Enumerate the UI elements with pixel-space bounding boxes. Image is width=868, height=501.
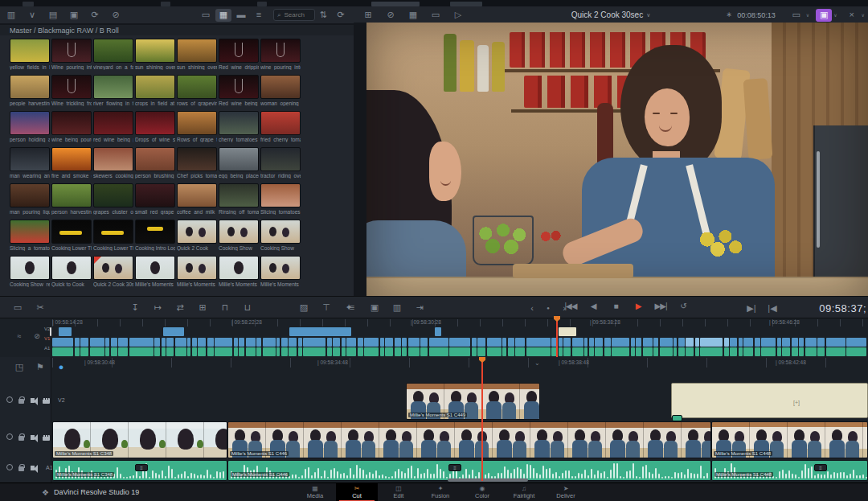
sort-icon[interactable]: ⇅ [315, 9, 331, 22]
media-clip[interactable]: sun_shining_over_... [177, 39, 217, 70]
loop-icon[interactable]: ↺ [675, 300, 691, 313]
media-clip[interactable]: fried_cherry_toma... [260, 111, 301, 142]
expand-viewer-icon[interactable]: × [844, 9, 860, 22]
media-clip[interactable]: Chef_picks_tomat... [177, 147, 217, 179]
auto-select-icon[interactable] [6, 396, 14, 404]
safe-area-icon[interactable]: ⊘ [383, 9, 399, 22]
overview-clip[interactable] [559, 327, 576, 336]
media-clip[interactable]: red_wine_being_p... [93, 111, 133, 142]
preview-marks-icon[interactable]: ▷ [450, 9, 466, 22]
timeline-selector[interactable]: Quick 2 Cook 30sec ∨ [571, 10, 651, 19]
clip-v1-1[interactable]: Millie's Moments S1 C348 [52, 421, 227, 458]
media-clip[interactable]: coffee_and_milk_b... [177, 183, 217, 215]
breadcrumb[interactable]: Master / Blackmagic RAW / B Roll [0, 25, 354, 35]
media-clip[interactable]: vineyard_on_a_far... [93, 39, 133, 70]
timeline-ruler[interactable] [52, 358, 868, 368]
close-up-icon[interactable]: ⊞ [194, 301, 211, 314]
clip-v2[interactable]: Millie's Moments S1 C449 [406, 383, 540, 420]
media-clip[interactable]: Quick 2 Cook [177, 220, 217, 251]
media-clip[interactable]: small_red_grape_c... [135, 183, 175, 215]
smart-insert-icon[interactable]: ↧ [127, 301, 143, 314]
tab-media[interactable]: ▦Media [294, 483, 336, 501]
media-clip[interactable]: Cooking Show_rec [10, 256, 50, 287]
snapping-icon[interactable]: ⇥ [411, 301, 428, 314]
trim-dot-icon[interactable]: ● [540, 302, 556, 314]
multisource-icon[interactable]: ▣ [816, 9, 832, 22]
import-media-icon[interactable]: ▥ [3, 9, 19, 22]
media-clip[interactable]: people_harvesting... [10, 75, 50, 106]
media-clip[interactable]: man_pouring_liqu... [10, 183, 50, 215]
source-overwrite-icon[interactable]: ⊔ [240, 301, 256, 314]
media-clip[interactable]: crops_in_field_at_... [135, 75, 175, 106]
media-clip[interactable]: tractor_riding_ove... [260, 147, 301, 179]
overview-clip[interactable] [59, 327, 72, 336]
timeline-options-icon[interactable]: ≡ [344, 301, 360, 314]
media-clip[interactable]: sun_shining_over... [135, 39, 175, 70]
media-clip[interactable]: Slicing_a_tomato_... [10, 220, 50, 251]
go-to-first-icon[interactable]: |◀◀ [563, 300, 579, 313]
razor-icon[interactable]: ✂ [32, 301, 48, 314]
media-clip[interactable]: Millie's Moments ... [135, 256, 175, 287]
media-clip[interactable]: Red_wine_being_p... [219, 75, 259, 106]
media-clip[interactable]: skewers_cooking_... [93, 147, 133, 179]
relink-icon[interactable]: ⊘ [108, 9, 124, 22]
strip-view-icon[interactable]: ▬ [233, 9, 249, 22]
audio-meters-icon[interactable]: ▥ [389, 301, 405, 314]
play-icon[interactable]: ▶ [630, 300, 646, 313]
mute-icon[interactable] [31, 396, 39, 404]
track-height-icon[interactable]: ▭ [10, 301, 26, 314]
clip-v1-3[interactable]: Millie's Moments S1 C448 [711, 421, 868, 458]
zoom-fit-icon[interactable]: ◳ [11, 360, 27, 373]
lock-icon[interactable] [18, 464, 27, 471]
overview-playhead[interactable] [556, 318, 558, 357]
media-clip[interactable]: Quick to Cook_ [51, 256, 92, 287]
media-clip[interactable]: wine_pouring_into... [260, 39, 301, 70]
media-clip[interactable]: Cooking Intro Log... [135, 220, 175, 251]
append-icon[interactable]: ↦ [149, 301, 166, 314]
media-clip[interactable]: woman_opening_... [260, 75, 301, 106]
ripple-overwrite-icon[interactable]: ⇄ [172, 301, 188, 314]
refresh-icon[interactable]: ⟳ [333, 9, 349, 22]
boring-detector-icon[interactable]: ⊞ [360, 9, 376, 22]
mute-icon[interactable] [31, 433, 39, 441]
letterbox-icon[interactable]: ▭ [428, 9, 444, 22]
media-clip[interactable]: Red_wine_drippin... [219, 39, 259, 70]
timeline-overview[interactable]: | 09:58:14:28| 09:58:22:28| 09:58:30:28|… [0, 318, 868, 357]
timeline-detail[interactable]: | 09:58:30:48| 09:58:34:48| 09:58:38:48|… [0, 357, 868, 483]
list-view-icon[interactable]: ≡ [251, 9, 267, 22]
media-clip[interactable]: river_flowing_in_t... [93, 75, 133, 106]
media-clip[interactable]: Wine_trickling_fro... [51, 75, 92, 106]
lock-icon[interactable] [18, 433, 27, 441]
mute-icon[interactable] [31, 464, 39, 471]
filmstrip-icon[interactable] [43, 433, 51, 441]
tab-edit[interactable]: ◫Edit [378, 483, 420, 501]
media-clip[interactable]: egg_being_placed... [219, 147, 259, 179]
tab-fusion[interactable]: ✦Fusion [420, 483, 461, 501]
trim-prev-icon[interactable]: ‹ [524, 302, 540, 314]
overview-clip[interactable] [50, 327, 51, 336]
media-clip[interactable]: Quick 2 Cook 30sec [93, 256, 133, 287]
new-bin-icon[interactable]: ▤ [45, 9, 61, 22]
import-chevron-icon[interactable]: ∨ [24, 9, 40, 22]
media-clip[interactable]: wine_being_poure... [51, 111, 92, 142]
media-clip[interactable]: Drops_of_wine_sp... [135, 111, 175, 142]
media-clip[interactable]: Slicing_tomatoes_... [260, 183, 301, 215]
viewer-mode-icon[interactable]: ▭ [788, 9, 805, 22]
tab-deliver[interactable]: ➤Deliver [545, 483, 587, 501]
media-clip[interactable]: cherry_tomatoes_... [219, 111, 259, 142]
media-clip[interactable]: man_wearing_an_... [10, 147, 50, 179]
overview-clip[interactable] [163, 327, 184, 336]
overview-ruler[interactable] [52, 319, 868, 326]
media-clip[interactable]: Cooking Lower Thi... [51, 220, 92, 251]
tab-color[interactable]: ◉Color [461, 483, 503, 501]
prev-edit-icon[interactable]: |◀ [764, 302, 780, 314]
metadata-view-icon[interactable]: ▭ [198, 9, 214, 22]
media-clip[interactable]: person_brushing_... [135, 147, 175, 179]
lock-icon[interactable] [18, 396, 27, 404]
media-clip[interactable]: Cooking Lower Thi... [93, 220, 133, 251]
overview-clip[interactable] [435, 327, 441, 336]
clip-v1-2[interactable]: Millie's Moments S1 C446 [227, 421, 711, 458]
next-edit-icon[interactable]: ▶| [743, 302, 760, 314]
media-clip[interactable]: Millie's Moments ... [219, 256, 259, 287]
go-to-last-icon[interactable]: ▶▶| [653, 300, 669, 313]
